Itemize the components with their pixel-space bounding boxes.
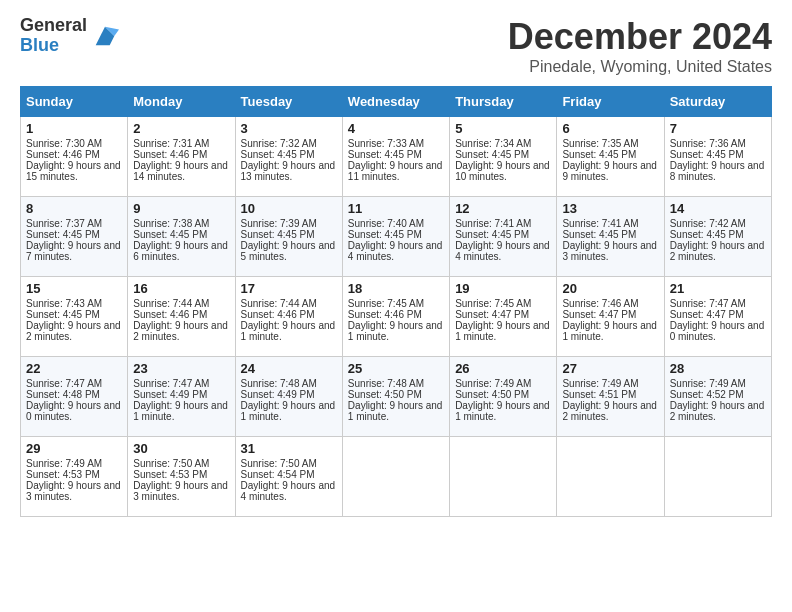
calendar-cell bbox=[664, 437, 771, 517]
sunrise-label: Sunrise: 7:47 AM bbox=[670, 298, 746, 309]
sunrise-label: Sunrise: 7:41 AM bbox=[455, 218, 531, 229]
calendar-cell: 25Sunrise: 7:48 AMSunset: 4:50 PMDayligh… bbox=[342, 357, 449, 437]
sunrise-label: Sunrise: 7:31 AM bbox=[133, 138, 209, 149]
daylight-label: Daylight: 9 hours and 8 minutes. bbox=[670, 160, 765, 182]
calendar-cell: 9Sunrise: 7:38 AMSunset: 4:45 PMDaylight… bbox=[128, 197, 235, 277]
header-sunday: Sunday bbox=[21, 87, 128, 117]
day-number: 23 bbox=[133, 361, 229, 376]
header-monday: Monday bbox=[128, 87, 235, 117]
day-number: 22 bbox=[26, 361, 122, 376]
calendar-cell: 11Sunrise: 7:40 AMSunset: 4:45 PMDayligh… bbox=[342, 197, 449, 277]
sunset-label: Sunset: 4:45 PM bbox=[670, 229, 744, 240]
day-number: 3 bbox=[241, 121, 337, 136]
sunset-label: Sunset: 4:48 PM bbox=[26, 389, 100, 400]
calendar-cell: 2Sunrise: 7:31 AMSunset: 4:46 PMDaylight… bbox=[128, 117, 235, 197]
header-wednesday: Wednesday bbox=[342, 87, 449, 117]
day-number: 19 bbox=[455, 281, 551, 296]
daylight-label: Daylight: 9 hours and 4 minutes. bbox=[348, 240, 443, 262]
logo-blue: Blue bbox=[20, 36, 87, 56]
daylight-label: Daylight: 9 hours and 1 minute. bbox=[455, 320, 550, 342]
day-number: 31 bbox=[241, 441, 337, 456]
day-number: 7 bbox=[670, 121, 766, 136]
sunset-label: Sunset: 4:53 PM bbox=[26, 469, 100, 480]
day-number: 26 bbox=[455, 361, 551, 376]
sunrise-label: Sunrise: 7:37 AM bbox=[26, 218, 102, 229]
header: General Blue December 2024 Pinedale, Wyo… bbox=[20, 16, 772, 76]
day-number: 8 bbox=[26, 201, 122, 216]
day-number: 27 bbox=[562, 361, 658, 376]
sunset-label: Sunset: 4:45 PM bbox=[455, 149, 529, 160]
sunrise-label: Sunrise: 7:36 AM bbox=[670, 138, 746, 149]
calendar-cell bbox=[342, 437, 449, 517]
day-number: 9 bbox=[133, 201, 229, 216]
calendar-cell: 22Sunrise: 7:47 AMSunset: 4:48 PMDayligh… bbox=[21, 357, 128, 437]
daylight-label: Daylight: 9 hours and 1 minute. bbox=[455, 400, 550, 422]
calendar-cell: 3Sunrise: 7:32 AMSunset: 4:45 PMDaylight… bbox=[235, 117, 342, 197]
calendar-header-row: SundayMondayTuesdayWednesdayThursdayFrid… bbox=[21, 87, 772, 117]
daylight-label: Daylight: 9 hours and 2 minutes. bbox=[562, 400, 657, 422]
sunrise-label: Sunrise: 7:48 AM bbox=[241, 378, 317, 389]
daylight-label: Daylight: 9 hours and 10 minutes. bbox=[455, 160, 550, 182]
calendar-cell: 28Sunrise: 7:49 AMSunset: 4:52 PMDayligh… bbox=[664, 357, 771, 437]
day-number: 20 bbox=[562, 281, 658, 296]
sunrise-label: Sunrise: 7:33 AM bbox=[348, 138, 424, 149]
title-area: December 2024 Pinedale, Wyoming, United … bbox=[508, 16, 772, 76]
week-row-5: 29Sunrise: 7:49 AMSunset: 4:53 PMDayligh… bbox=[21, 437, 772, 517]
sunrise-label: Sunrise: 7:50 AM bbox=[241, 458, 317, 469]
day-number: 12 bbox=[455, 201, 551, 216]
daylight-label: Daylight: 9 hours and 1 minute. bbox=[348, 320, 443, 342]
daylight-label: Daylight: 9 hours and 5 minutes. bbox=[241, 240, 336, 262]
sunrise-label: Sunrise: 7:44 AM bbox=[133, 298, 209, 309]
sunrise-label: Sunrise: 7:48 AM bbox=[348, 378, 424, 389]
calendar-cell: 12Sunrise: 7:41 AMSunset: 4:45 PMDayligh… bbox=[450, 197, 557, 277]
calendar-cell: 31Sunrise: 7:50 AMSunset: 4:54 PMDayligh… bbox=[235, 437, 342, 517]
calendar-cell: 30Sunrise: 7:50 AMSunset: 4:53 PMDayligh… bbox=[128, 437, 235, 517]
daylight-label: Daylight: 9 hours and 0 minutes. bbox=[26, 400, 121, 422]
day-number: 10 bbox=[241, 201, 337, 216]
sunset-label: Sunset: 4:50 PM bbox=[455, 389, 529, 400]
sunset-label: Sunset: 4:47 PM bbox=[455, 309, 529, 320]
daylight-label: Daylight: 9 hours and 1 minute. bbox=[241, 320, 336, 342]
daylight-label: Daylight: 9 hours and 3 minutes. bbox=[133, 480, 228, 502]
calendar-cell: 18Sunrise: 7:45 AMSunset: 4:46 PMDayligh… bbox=[342, 277, 449, 357]
calendar-table: SundayMondayTuesdayWednesdayThursdayFrid… bbox=[20, 86, 772, 517]
sunrise-label: Sunrise: 7:44 AM bbox=[241, 298, 317, 309]
sunrise-label: Sunrise: 7:32 AM bbox=[241, 138, 317, 149]
sunrise-label: Sunrise: 7:49 AM bbox=[670, 378, 746, 389]
calendar-cell: 23Sunrise: 7:47 AMSunset: 4:49 PMDayligh… bbox=[128, 357, 235, 437]
sunrise-label: Sunrise: 7:43 AM bbox=[26, 298, 102, 309]
day-number: 28 bbox=[670, 361, 766, 376]
daylight-label: Daylight: 9 hours and 4 minutes. bbox=[455, 240, 550, 262]
sunrise-label: Sunrise: 7:47 AM bbox=[133, 378, 209, 389]
daylight-label: Daylight: 9 hours and 14 minutes. bbox=[133, 160, 228, 182]
daylight-label: Daylight: 9 hours and 0 minutes. bbox=[670, 320, 765, 342]
sunrise-label: Sunrise: 7:49 AM bbox=[455, 378, 531, 389]
calendar-cell: 27Sunrise: 7:49 AMSunset: 4:51 PMDayligh… bbox=[557, 357, 664, 437]
daylight-label: Daylight: 9 hours and 2 minutes. bbox=[670, 400, 765, 422]
day-number: 21 bbox=[670, 281, 766, 296]
day-number: 2 bbox=[133, 121, 229, 136]
logo-general: General bbox=[20, 16, 87, 36]
calendar-cell: 16Sunrise: 7:44 AMSunset: 4:46 PMDayligh… bbox=[128, 277, 235, 357]
daylight-label: Daylight: 9 hours and 2 minutes. bbox=[670, 240, 765, 262]
sunrise-label: Sunrise: 7:35 AM bbox=[562, 138, 638, 149]
sunset-label: Sunset: 4:54 PM bbox=[241, 469, 315, 480]
calendar-cell bbox=[557, 437, 664, 517]
logo-icon bbox=[91, 22, 119, 50]
sunset-label: Sunset: 4:46 PM bbox=[348, 309, 422, 320]
daylight-label: Daylight: 9 hours and 15 minutes. bbox=[26, 160, 121, 182]
day-number: 5 bbox=[455, 121, 551, 136]
daylight-label: Daylight: 9 hours and 7 minutes. bbox=[26, 240, 121, 262]
header-friday: Friday bbox=[557, 87, 664, 117]
daylight-label: Daylight: 9 hours and 6 minutes. bbox=[133, 240, 228, 262]
sunset-label: Sunset: 4:45 PM bbox=[562, 229, 636, 240]
calendar-cell: 5Sunrise: 7:34 AMSunset: 4:45 PMDaylight… bbox=[450, 117, 557, 197]
calendar-cell: 19Sunrise: 7:45 AMSunset: 4:47 PMDayligh… bbox=[450, 277, 557, 357]
sunset-label: Sunset: 4:50 PM bbox=[348, 389, 422, 400]
sunset-label: Sunset: 4:46 PM bbox=[241, 309, 315, 320]
day-number: 13 bbox=[562, 201, 658, 216]
calendar-cell: 29Sunrise: 7:49 AMSunset: 4:53 PMDayligh… bbox=[21, 437, 128, 517]
day-number: 14 bbox=[670, 201, 766, 216]
calendar-cell: 13Sunrise: 7:41 AMSunset: 4:45 PMDayligh… bbox=[557, 197, 664, 277]
sunset-label: Sunset: 4:45 PM bbox=[241, 229, 315, 240]
